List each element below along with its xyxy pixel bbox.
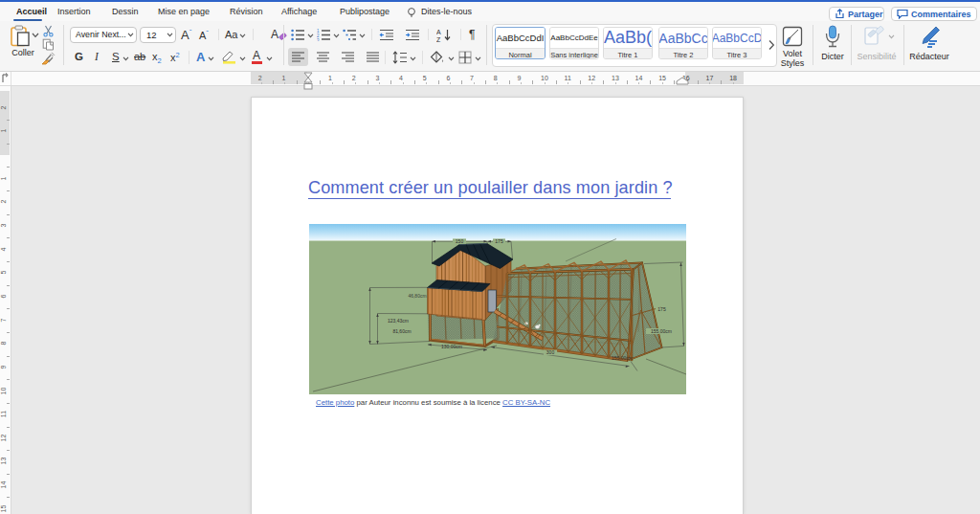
svg-text:81,60cm: 81,60cm — [392, 328, 411, 334]
svg-text:300: 300 — [546, 349, 555, 355]
svg-text:175: 175 — [495, 238, 503, 244]
svg-text:175: 175 — [657, 306, 666, 312]
svg-text:46,80cm: 46,80cm — [408, 293, 426, 299]
svg-text:150: 150 — [456, 238, 464, 244]
svg-text:123,43cm: 123,43cm — [388, 318, 409, 324]
svg-text:3: 3 — [317, 38, 320, 42]
svg-text:Z: Z — [436, 36, 441, 43]
svg-text:130,00cm: 130,00cm — [441, 344, 462, 349]
svg-text:155,00cm: 155,00cm — [612, 355, 633, 361]
svg-text:A: A — [436, 29, 441, 35]
svg-text:155,00cm: 155,00cm — [651, 328, 672, 334]
